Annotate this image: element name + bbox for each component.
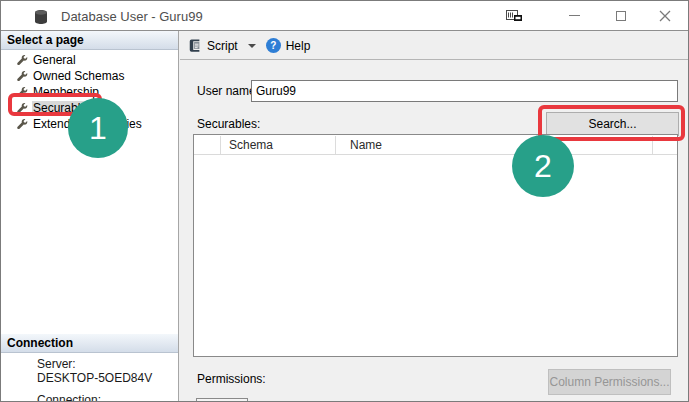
schema-column-header[interactable]: Schema <box>229 138 273 152</box>
sidebar-item-label: General <box>32 53 79 68</box>
column-separator[interactable] <box>335 136 336 154</box>
server-label: Server: <box>37 357 76 371</box>
server-name: DESKTOP-5OED84V <box>37 371 152 385</box>
title-bar: Database User - Guru99 <box>1 1 688 31</box>
minimize-button[interactable] <box>557 1 591 30</box>
cascade-windows-icon[interactable] <box>497 1 531 30</box>
name-column-header[interactable]: Name <box>350 138 382 152</box>
sidebar-item-label: Owned Schemas <box>32 69 127 84</box>
user-name-label: User name: <box>197 84 259 98</box>
permissions-tab-partial[interactable] <box>196 398 248 402</box>
permissions-label: Permissions: <box>197 372 266 386</box>
help-label: Help <box>286 39 311 53</box>
wrench-icon <box>17 55 28 66</box>
script-label: Script <box>207 39 238 53</box>
help-icon: ? <box>266 38 281 53</box>
chevron-down-icon[interactable] <box>248 44 256 48</box>
script-button[interactable]: Script <box>180 35 242 56</box>
help-button[interactable]: ? Help <box>262 35 315 56</box>
maximize-icon <box>616 11 626 21</box>
sidebar-item-general[interactable]: General <box>1 52 179 68</box>
database-icon <box>33 9 49 25</box>
user-name-input[interactable] <box>251 80 678 102</box>
wrench-icon <box>17 71 28 82</box>
minimize-icon <box>569 15 580 16</box>
securables-table[interactable]: Schema Name <box>193 134 678 357</box>
connection-label: Connection: <box>37 393 101 402</box>
database-user-dialog: Database User - Guru99 Select a page Gen <box>0 0 689 402</box>
script-icon <box>188 38 202 53</box>
step2-highlight-box <box>538 105 685 141</box>
close-icon <box>659 10 671 22</box>
sidebar-item-owned-schemas[interactable]: Owned Schemas <box>1 68 179 84</box>
securables-label: Securables: <box>197 117 260 131</box>
select-a-page-header: Select a page <box>1 31 178 50</box>
maximize-button[interactable] <box>604 1 638 30</box>
wrench-icon <box>17 119 28 130</box>
column-permissions-button[interactable]: Column Permissions... <box>548 369 671 395</box>
connection-header: Connection <box>1 334 178 353</box>
step1-badge: 1 <box>68 98 128 158</box>
cascade-windows-glyph <box>505 8 524 24</box>
sidebar: Select a page General Owned Schemas Memb… <box>1 31 179 402</box>
close-button[interactable] <box>648 1 682 30</box>
window-title: Database User - Guru99 <box>61 9 203 24</box>
step2-badge: 2 <box>512 135 574 197</box>
toolbar: Script ? Help <box>180 32 688 60</box>
column-separator[interactable] <box>220 136 221 154</box>
